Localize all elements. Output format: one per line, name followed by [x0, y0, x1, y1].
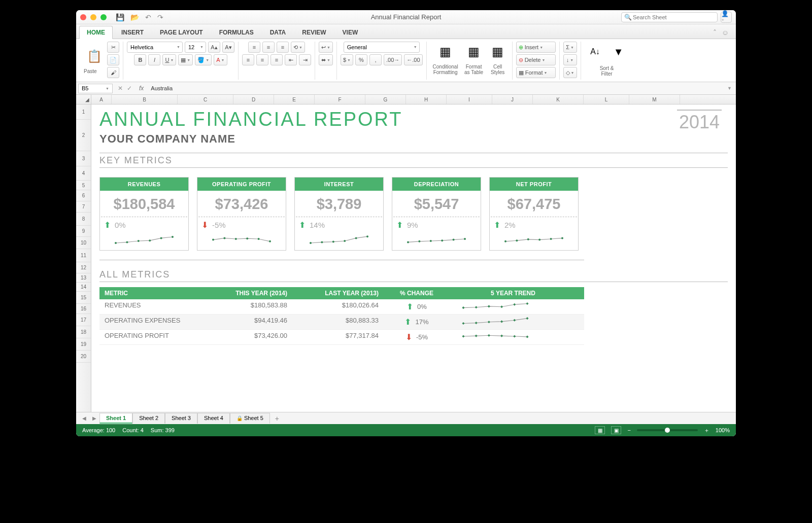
decrease-decimal-button[interactable]: ←.00 [404, 54, 422, 65]
zoom-slider[interactable] [637, 429, 698, 431]
zoom-button[interactable] [100, 14, 107, 20]
row-header[interactable]: 13 [76, 273, 91, 283]
accept-formula-icon[interactable]: ✓ [127, 85, 132, 92]
tab-insert[interactable]: INSERT [114, 26, 151, 39]
sheet-tab[interactable]: 🔒Sheet 5 [230, 413, 270, 424]
open-icon[interactable]: 📂 [130, 13, 139, 21]
tab-formulas[interactable]: FORMULAS [212, 26, 261, 39]
fill-color-button[interactable]: 🪣▼ [195, 54, 212, 65]
underline-button[interactable]: U▼ [162, 54, 176, 65]
minimize-button[interactable] [90, 14, 96, 20]
row-header[interactable]: 2 [76, 120, 91, 151]
comma-button[interactable]: , [369, 54, 382, 65]
col-header[interactable]: H [406, 95, 447, 104]
row-header[interactable]: 8 [76, 213, 91, 226]
insert-cells-button[interactable]: ⊕ Insert▼ [516, 42, 556, 53]
increase-indent-button[interactable]: ⇥ [299, 54, 311, 65]
row-header[interactable]: 11 [76, 249, 91, 262]
decrease-font-button[interactable]: A▾ [222, 42, 234, 53]
font-name-select[interactable]: Helvetica▼ [127, 42, 183, 53]
increase-font-button[interactable]: A▴ [208, 42, 220, 53]
sheet-tab[interactable]: Sheet 4 [197, 413, 230, 424]
align-middle-button[interactable]: ≡ [262, 42, 275, 53]
prev-sheet-button[interactable]: ◀ [79, 415, 89, 421]
number-format-select[interactable]: General▼ [344, 42, 420, 53]
zoom-out-button[interactable]: − [627, 427, 630, 433]
name-box[interactable]: B5▼ [78, 84, 113, 93]
fx-icon[interactable]: fx [139, 85, 144, 92]
align-left-button[interactable]: ≡ [242, 54, 254, 65]
filter-icon[interactable]: ▼ [608, 42, 629, 62]
row-header[interactable]: 16 [76, 304, 91, 314]
collapse-ribbon-icon[interactable]: ˄ [713, 28, 717, 37]
cut-button[interactable]: ✂ [107, 42, 119, 53]
col-header[interactable]: J [492, 95, 533, 104]
font-size-select[interactable]: 12▼ [185, 42, 206, 53]
tab-view[interactable]: VIEW [335, 26, 366, 39]
bold-button[interactable]: B [134, 54, 146, 65]
font-color-button[interactable]: A▼ [214, 54, 227, 65]
row-header[interactable]: 12 [76, 262, 91, 273]
fill-button[interactable]: ↓▼ [563, 54, 577, 65]
normal-view-button[interactable]: ▦ [595, 426, 605, 434]
col-header[interactable]: A [91, 95, 112, 104]
formula-input[interactable]: Australia [148, 85, 723, 91]
save-icon[interactable]: 💾 [116, 13, 124, 21]
copy-button[interactable]: 📄 [107, 54, 119, 65]
cell-styles-icon[interactable]: ▦ [487, 42, 509, 62]
cancel-formula-icon[interactable]: ✕ [118, 85, 123, 92]
col-header[interactable]: K [533, 95, 584, 104]
format-cells-button[interactable]: ▦ Format▼ [516, 67, 556, 78]
sheet-content[interactable]: ANNUAL FINANCIAL REPORT 2014 YOUR COMPAN… [91, 104, 736, 412]
close-button[interactable] [80, 14, 86, 20]
next-sheet-button[interactable]: ▶ [89, 415, 99, 421]
wrap-text-button[interactable]: ↩▼ [319, 42, 333, 53]
delete-cells-button[interactable]: ⊖ Delete▼ [516, 54, 556, 65]
decrease-indent-button[interactable]: ⇤ [285, 54, 297, 65]
tab-page-layout[interactable]: PAGE LAYOUT [152, 26, 211, 39]
align-center-button[interactable]: ≡ [256, 54, 268, 65]
row-header[interactable]: 9 [76, 226, 91, 237]
search-input[interactable] [621, 12, 718, 22]
orientation-button[interactable]: ⟲▼ [291, 42, 305, 53]
tab-home[interactable]: HOME [79, 26, 113, 39]
col-header[interactable]: I [447, 95, 492, 104]
row-header[interactable]: 18 [76, 326, 91, 338]
col-header[interactable]: D [233, 95, 274, 104]
add-sheet-button[interactable]: + [270, 414, 284, 423]
worksheet-grid[interactable]: 1 2 3 4 5 6 7 8 9 10 11 12 13 14 15 16 1… [76, 104, 736, 412]
redo-icon[interactable]: ↷ [157, 13, 163, 21]
col-header[interactable]: B [112, 95, 178, 104]
conditional-formatting-icon[interactable]: ▦ [435, 42, 456, 62]
row-header[interactable]: 14 [76, 283, 91, 292]
col-header[interactable]: F [315, 95, 365, 104]
row-header[interactable]: 5 [76, 181, 91, 190]
row-header[interactable]: 6 [76, 190, 91, 201]
col-header[interactable]: C [178, 95, 233, 104]
currency-button[interactable]: $▼ [341, 54, 353, 65]
col-header[interactable]: L [584, 95, 629, 104]
increase-decimal-button[interactable]: .00→ [384, 54, 402, 65]
undo-icon[interactable]: ↶ [145, 13, 151, 21]
page-layout-view-button[interactable]: ▣ [611, 426, 621, 434]
merge-button[interactable]: ⬌▼ [319, 54, 333, 65]
row-header[interactable]: 10 [76, 237, 91, 249]
autosum-button[interactable]: Σ▼ [563, 42, 577, 53]
align-bottom-button[interactable]: ≡ [277, 42, 289, 53]
col-header[interactable]: G [365, 95, 406, 104]
sheet-tab[interactable]: Sheet 2 [132, 413, 165, 424]
row-header[interactable]: 1 [76, 104, 91, 120]
row-header[interactable]: 4 [76, 166, 91, 181]
row-header[interactable]: 3 [76, 151, 91, 166]
share-button[interactable]: 👤⁺ [721, 12, 732, 23]
row-header[interactable]: 19 [76, 338, 91, 351]
row-header[interactable]: 7 [76, 201, 91, 213]
feedback-icon[interactable]: ☺ [722, 28, 729, 37]
tab-review[interactable]: REVIEW [294, 26, 333, 39]
select-all-corner[interactable]: ◢ [76, 95, 91, 104]
row-header[interactable]: 15 [76, 292, 91, 304]
sheet-tab[interactable]: Sheet 1 [99, 413, 132, 424]
format-painter-button[interactable]: 🖌 [107, 67, 119, 78]
italic-button[interactable]: I [148, 54, 160, 65]
percent-button[interactable]: % [355, 54, 367, 65]
